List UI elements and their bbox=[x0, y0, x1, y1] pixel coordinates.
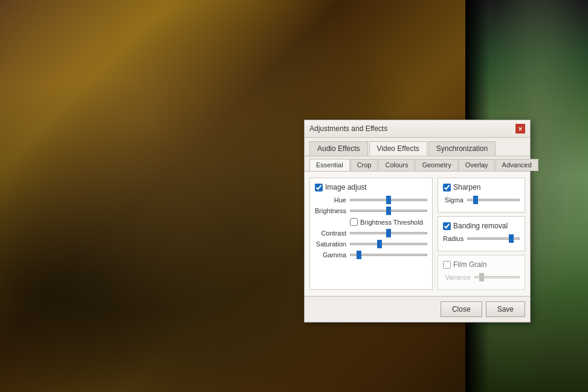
sigma-row: Sigma bbox=[443, 196, 520, 204]
sharpen-section: Sharpen Sigma bbox=[438, 178, 525, 213]
sub-tab-bar: Essential Crop Colours Geometry Overlay … bbox=[305, 156, 530, 172]
sigma-thumb[interactable] bbox=[473, 196, 478, 204]
gamma-slider[interactable] bbox=[350, 254, 427, 256]
image-adjust-row: Image adjust bbox=[315, 183, 427, 191]
film-grain-section: Film Grain Variance bbox=[438, 255, 525, 290]
variance-label: Variance bbox=[443, 274, 474, 281]
save-button[interactable]: Save bbox=[486, 301, 525, 317]
banding-row: Banding removal bbox=[443, 222, 520, 230]
saturation-thumb[interactable] bbox=[377, 240, 382, 248]
contrast-slider[interactable] bbox=[350, 232, 427, 234]
variance-row: Variance bbox=[443, 274, 520, 281]
tab-video-effects[interactable]: Video Effects bbox=[369, 141, 427, 156]
close-button[interactable]: Close bbox=[441, 301, 482, 317]
hue-thumb[interactable] bbox=[386, 196, 391, 204]
contrast-label: Contrast bbox=[315, 230, 350, 237]
radius-label: Radius bbox=[443, 235, 467, 242]
banding-label: Banding removal bbox=[453, 222, 508, 230]
sharpen-label: Sharpen bbox=[453, 183, 480, 191]
film-grain-label: Film Grain bbox=[453, 260, 486, 269]
dialog-title: Adjustments and Effects bbox=[309, 124, 387, 133]
contrast-row: Contrast bbox=[315, 230, 427, 237]
dialog-content: Image adjust Hue Brightness Brightness T… bbox=[305, 172, 530, 296]
brightness-label: Brightness bbox=[315, 207, 350, 214]
saturation-row: Saturation bbox=[315, 240, 427, 248]
sigma-label: Sigma bbox=[443, 196, 467, 204]
brightness-slider[interactable] bbox=[350, 210, 427, 212]
banding-checkbox[interactable] bbox=[443, 222, 451, 230]
banding-section: Banding removal Radius bbox=[438, 216, 525, 251]
hue-label: Hue bbox=[315, 196, 350, 204]
radius-thumb[interactable] bbox=[509, 234, 514, 243]
film-grain-checkbox[interactable] bbox=[443, 261, 451, 269]
gamma-row: Gamma bbox=[315, 251, 427, 259]
saturation-label: Saturation bbox=[315, 240, 350, 248]
brightness-row: Brightness bbox=[315, 207, 427, 214]
brightness-thumb[interactable] bbox=[386, 207, 391, 215]
main-tab-bar: Audio Effects Video Effects Synchronizat… bbox=[305, 138, 530, 156]
dialog-close-button[interactable]: × bbox=[515, 124, 525, 133]
left-panel: Image adjust Hue Brightness Brightness T… bbox=[309, 178, 433, 290]
brightness-threshold-row: Brightness Threshold bbox=[315, 218, 427, 226]
hue-slider[interactable] bbox=[350, 199, 427, 201]
film-grain-row: Film Grain bbox=[443, 260, 520, 269]
gamma-label: Gamma bbox=[315, 251, 350, 259]
tab-synchronization[interactable]: Synchronization bbox=[428, 141, 496, 156]
brightness-threshold-label: Brightness Threshold bbox=[360, 219, 423, 226]
tab-geometry[interactable]: Geometry bbox=[415, 159, 457, 171]
dialog-titlebar: Adjustments and Effects × bbox=[305, 120, 530, 138]
sharpen-row: Sharpen bbox=[443, 183, 520, 191]
sharpen-checkbox[interactable] bbox=[443, 184, 451, 191]
gamma-thumb[interactable] bbox=[357, 251, 361, 259]
tab-essential[interactable]: Essential bbox=[309, 159, 350, 171]
image-adjust-label: Image adjust bbox=[325, 183, 367, 191]
right-panel: Sharpen Sigma Banding removal Radius bbox=[438, 178, 525, 290]
tab-overlay[interactable]: Overlay bbox=[459, 159, 495, 171]
radius-row: Radius bbox=[443, 235, 520, 242]
hue-row: Hue bbox=[315, 196, 427, 204]
saturation-slider[interactable] bbox=[350, 243, 427, 245]
contrast-thumb[interactable] bbox=[386, 229, 391, 237]
image-adjust-checkbox[interactable] bbox=[315, 184, 323, 191]
radius-slider[interactable] bbox=[467, 237, 520, 240]
tab-audio-effects[interactable]: Audio Effects bbox=[309, 141, 368, 156]
sigma-slider[interactable] bbox=[467, 199, 520, 201]
tab-advanced[interactable]: Advanced bbox=[496, 159, 538, 171]
adjustments-dialog: Adjustments and Effects × Audio Effects … bbox=[304, 120, 531, 323]
variance-thumb bbox=[479, 273, 484, 281]
brightness-threshold-checkbox[interactable] bbox=[350, 218, 358, 226]
tab-crop[interactable]: Crop bbox=[351, 159, 378, 171]
tab-colours[interactable]: Colours bbox=[378, 159, 415, 171]
dialog-footer: Close Save bbox=[305, 296, 530, 322]
variance-slider bbox=[474, 276, 520, 278]
